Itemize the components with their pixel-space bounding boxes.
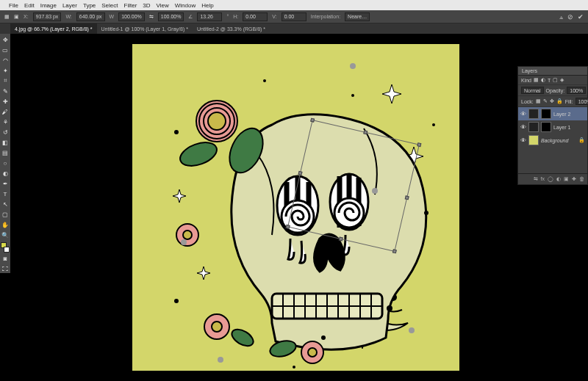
layer-name[interactable]: Background: [541, 138, 568, 143]
svg-point-17: [308, 348, 317, 357]
lock-pos-icon[interactable]: ✥: [550, 98, 554, 104]
tool-preset-icon[interactable]: ▦: [4, 14, 10, 20]
y-field[interactable]: 640.00 px: [76, 12, 105, 21]
layer-row[interactable]: 👁 Background 🔒: [518, 134, 587, 147]
x-field[interactable]: 937.83 px: [33, 12, 62, 21]
lock-label: Lock:: [521, 99, 534, 104]
shape-tool-icon[interactable]: ▢: [1, 210, 10, 219]
mask-thumbnail[interactable]: [541, 122, 551, 132]
visibility-icon[interactable]: 👁: [520, 111, 526, 117]
hand-tool-icon[interactable]: ✋: [1, 220, 10, 229]
layer-name[interactable]: Layer 2: [553, 112, 570, 117]
w-field[interactable]: 100.00%: [118, 12, 145, 21]
layer-thumbnail[interactable]: [528, 122, 539, 132]
document-canvas[interactable]: [132, 44, 459, 371]
new-adjustment-icon[interactable]: ◐: [556, 176, 561, 182]
blur-tool-icon[interactable]: ○: [1, 159, 10, 167]
skew-h-field[interactable]: 0.00: [243, 12, 268, 21]
menu-file[interactable]: File: [9, 2, 18, 9]
path-tool-icon[interactable]: ↖: [1, 200, 10, 208]
add-mask-icon[interactable]: ◯: [548, 176, 553, 182]
interp-field[interactable]: Neare…: [345, 12, 370, 21]
warp-icon[interactable]: ⟁: [559, 13, 563, 21]
lasso-tool-icon[interactable]: ◠: [1, 56, 10, 65]
menu-image[interactable]: Image: [40, 2, 57, 9]
brush-tool-icon[interactable]: 🖌: [1, 107, 10, 116]
menu-view[interactable]: View: [157, 2, 169, 9]
svg-point-15: [212, 322, 222, 332]
canvas-area[interactable]: [132, 44, 459, 371]
angle-label: ∠: [188, 14, 193, 20]
marquee-tool-icon[interactable]: ▭: [1, 46, 10, 54]
layers-panel-tab[interactable]: Layers: [518, 67, 587, 76]
color-swatches[interactable]: [1, 242, 10, 253]
apple-menubar: File Edit Image Layer Type Select Filter…: [0, 0, 588, 10]
eraser-tool-icon[interactable]: ◧: [1, 138, 10, 147]
svg-point-33: [350, 63, 356, 69]
filter-smart-icon[interactable]: ◈: [560, 77, 564, 83]
opacity-field[interactable]: 100%: [567, 87, 586, 94]
menu-window[interactable]: Window: [175, 2, 196, 9]
background-color-swatch[interactable]: [4, 247, 10, 253]
document-tab-2[interactable]: Untitled-1 @ 100% (Layer 1, Gray/8) *: [97, 23, 193, 34]
healing-tool-icon[interactable]: ✚: [1, 97, 10, 106]
new-layer-icon[interactable]: ✚: [572, 176, 576, 182]
visibility-icon[interactable]: 👁: [520, 124, 526, 131]
interp-label: Interpolation:: [311, 14, 340, 19]
crop-tool-icon[interactable]: ⌗: [1, 76, 10, 85]
lock-paint-icon[interactable]: ✎: [543, 98, 548, 104]
quickmask-icon[interactable]: ◙: [1, 254, 10, 263]
h-field[interactable]: 100.00%: [158, 12, 184, 21]
w-label: W: [110, 14, 115, 19]
menu-edit[interactable]: Edit: [24, 2, 35, 9]
layer-row[interactable]: 👁 Layer 2: [518, 107, 587, 120]
zoom-tool-icon[interactable]: 🔍: [1, 231, 10, 239]
stamp-tool-icon[interactable]: ⚘: [1, 117, 10, 126]
menu-filter[interactable]: Filter: [124, 2, 137, 9]
link-icon[interactable]: ⇋: [149, 14, 154, 20]
svg-point-25: [263, 79, 266, 82]
menu-select[interactable]: Select: [101, 2, 118, 9]
reference-point-icon[interactable]: ▣: [14, 14, 19, 20]
angle-field[interactable]: 13.26: [197, 12, 222, 21]
layer-row[interactable]: 👁 Layer 1: [518, 120, 587, 134]
blend-mode-select[interactable]: Normal: [521, 87, 544, 94]
eyedropper-tool-icon[interactable]: ✎: [1, 87, 10, 95]
layer-fx-icon[interactable]: fx: [541, 176, 545, 182]
history-brush-tool-icon[interactable]: ↺: [1, 128, 10, 137]
layer-thumbnail[interactable]: [528, 109, 539, 119]
menu-layer[interactable]: Layer: [62, 2, 77, 9]
gradient-tool-icon[interactable]: ▤: [1, 148, 10, 157]
visibility-icon[interactable]: 👁: [520, 137, 526, 144]
type-tool-icon[interactable]: T: [1, 189, 10, 198]
delete-layer-icon[interactable]: 🗑: [579, 176, 584, 182]
menu-type[interactable]: Type: [83, 2, 96, 9]
move-tool-icon[interactable]: ✥: [1, 35, 10, 44]
commit-transform-icon[interactable]: ✔: [578, 13, 584, 21]
menu-3d[interactable]: 3D: [143, 2, 150, 9]
cancel-transform-icon[interactable]: ⊘: [567, 13, 573, 21]
new-group-icon[interactable]: ▣: [564, 176, 569, 182]
layer-thumbnail[interactable]: [528, 135, 539, 145]
x-label: X:: [24, 14, 29, 19]
filter-adjust-icon[interactable]: ◐: [541, 77, 545, 83]
filter-type-icon[interactable]: T: [548, 78, 551, 83]
filter-pixel-icon[interactable]: ▦: [534, 77, 539, 83]
magic-wand-tool-icon[interactable]: ✦: [1, 66, 10, 75]
svg-point-19: [229, 326, 257, 349]
filter-shape-icon[interactable]: ▢: [553, 77, 558, 83]
document-tab-1[interactable]: 4.jpg @ 66.7% (Layer 2, RGB/8) *: [10, 23, 97, 34]
document-tab-3[interactable]: Untitled-2 @ 33.3% (RGB/8) *: [193, 23, 270, 34]
lock-all-icon[interactable]: 🔒: [556, 98, 563, 104]
mask-thumbnail[interactable]: [541, 109, 551, 119]
screenmode-icon[interactable]: ⛶: [1, 264, 10, 273]
layer-name[interactable]: Layer 1: [553, 125, 570, 130]
skew-v-field[interactable]: 0.00: [282, 12, 306, 21]
dodge-tool-icon[interactable]: ◐: [1, 169, 10, 178]
pen-tool-icon[interactable]: ✒: [1, 179, 10, 188]
fill-field[interactable]: 100%: [576, 98, 588, 105]
menu-help[interactable]: Help: [201, 2, 213, 9]
lock-icon: 🔒: [578, 137, 585, 143]
link-layers-icon[interactable]: ⇋: [534, 176, 538, 182]
lock-trans-icon[interactable]: ▦: [536, 98, 541, 104]
